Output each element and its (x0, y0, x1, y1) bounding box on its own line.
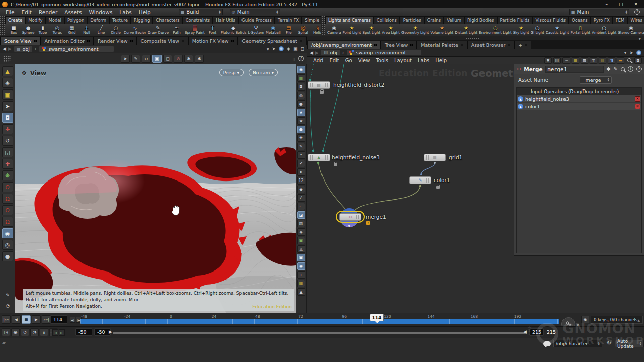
gear-icon[interactable]: ✱ (606, 66, 610, 72)
menu-item[interactable]: Windows (85, 9, 116, 15)
tab-options-box[interactable] (374, 44, 377, 46)
shelf-tool[interactable]: ★ Spot Light (363, 25, 381, 35)
spinner-arrows[interactable]: ▲▼ (219, 10, 220, 14)
step-back-button[interactable]: ◀| (70, 317, 75, 323)
network-menu-item[interactable]: Labs (415, 58, 432, 63)
node-grid1[interactable]: ▦ (424, 154, 446, 161)
shelf-tool[interactable]: ▦ Grid (65, 25, 78, 35)
align-icon[interactable]: ⁝⁝ (292, 56, 295, 61)
shelf-tool[interactable]: ◆ Platonic Solids (221, 25, 247, 35)
network-menu-item[interactable]: Tools (373, 58, 391, 63)
desktop-main-dropdown[interactable]: ◎ Main ▲▼ (230, 9, 280, 15)
main-desktop-selector[interactable]: ▦ Main ▲▼ (569, 9, 629, 15)
display-option-tool[interactable]: ◍ (297, 92, 305, 99)
display-option-tool[interactable]: ◈ (297, 228, 305, 236)
shelf-tab[interactable]: Modify (25, 16, 45, 24)
shelf-tab[interactable]: Pyro FX (591, 16, 613, 24)
search-icon[interactable] (621, 67, 625, 71)
display-option-tool[interactable]: ◪ (297, 211, 305, 219)
viewport-select-tool[interactable]: ✱ (184, 55, 193, 63)
snapshot-options-icon[interactable]: ◉ (581, 316, 589, 323)
next-key-button[interactable]: ▶| (59, 329, 65, 336)
display-option-tool[interactable]: i (297, 271, 305, 279)
viewport-tool[interactable]: ❋ (2, 170, 13, 180)
shelf-tool[interactable]: ■ Box (7, 25, 20, 35)
tick-display-icon[interactable]: ⁞⁞ (40, 328, 48, 336)
shelf-tab[interactable]: Particle Fluids (497, 16, 533, 24)
viewport-help-icon[interactable]: ? (298, 56, 304, 61)
context-path-dropdown[interactable]: /obj/character... ▲▼ (553, 340, 602, 347)
prev-frame-button[interactable]: ◀ (12, 315, 21, 324)
shelf-tool[interactable]: ○ Ambient Light (592, 25, 616, 35)
display-option-tool[interactable]: ★ (297, 109, 305, 116)
network-toolbar-icon[interactable]: ≡ (562, 57, 570, 64)
timeline-ruler[interactable]: -48-24024487296120144168192 114 (80, 314, 559, 326)
pane-tab[interactable]: Motion FX View (188, 37, 238, 45)
play-stop-button[interactable]: ■ (22, 315, 31, 324)
shelf-tool[interactable]: @ Spiral (297, 25, 310, 35)
shelf-tool[interactable]: + Null (80, 25, 93, 35)
node-label[interactable]: heightfield_distort2 (333, 82, 384, 88)
menu-item[interactable]: Render (35, 9, 61, 15)
display-option-tool[interactable]: ▣ (297, 254, 305, 261)
pane-tab[interactable]: /obj/swamp_environment (307, 41, 381, 49)
spinner-arrows[interactable]: ▲▼ (276, 10, 278, 14)
shelf-tab[interactable]: Characters (153, 16, 182, 24)
viewport-tool[interactable]: Ω (2, 194, 13, 204)
shelf-tab[interactable]: Terrain FX (275, 16, 302, 24)
reorder-icon[interactable]: ▲ (518, 104, 523, 109)
shelf-tool[interactable]: ╱ Line (95, 25, 108, 35)
path-node-chip[interactable]: swamp_environment (39, 46, 114, 52)
shelf-tab[interactable]: Texture (109, 16, 131, 24)
viewport-select-tool[interactable]: ✱ (195, 55, 204, 63)
viewport-tool[interactable]: ✚ (2, 159, 13, 169)
viewport-tool[interactable]: ◱ (2, 147, 13, 157)
pane-tab[interactable]: Asset Browser (467, 41, 514, 49)
shelf-tool[interactable]: ○ GI Light (531, 25, 544, 35)
pane-tab[interactable]: + (514, 41, 531, 49)
input-operator-row[interactable]: ▲ heightfield_noise3 ✕ (517, 95, 641, 103)
viewport-tool[interactable]: ◘ (2, 113, 13, 123)
minimize-button[interactable]: – (605, 2, 608, 7)
help-icon[interactable]: ? (636, 66, 642, 72)
shelf-tab[interactable]: Simple FX (302, 16, 321, 24)
info-icon[interactable]: i (628, 66, 633, 72)
shelf-tab[interactable]: Hair Utils (213, 16, 238, 24)
shelf-tab[interactable]: Viscous Fluids (532, 16, 569, 24)
shelf-tool[interactable]: ★ Area Light (382, 25, 400, 35)
pin-icon[interactable]: ➤ (629, 50, 633, 55)
shelf-tab[interactable]: Oceans (569, 16, 591, 24)
display-option-tool[interactable]: ▦ (297, 74, 305, 82)
viewport-select-tool[interactable]: ✎ (131, 55, 140, 63)
viewport-tool[interactable]: ● (2, 251, 13, 261)
node-label[interactable]: merge1 (366, 214, 386, 220)
display-option-tool[interactable]: ✚ (297, 134, 305, 142)
tab-options-box[interactable] (525, 44, 527, 46)
help-icon[interactable]: ? (634, 9, 640, 15)
display-option-tool[interactable]: ◬ (297, 245, 305, 253)
viewport-tool[interactable]: ✚ (2, 124, 13, 134)
viewport-tool[interactable]: Ω (2, 182, 13, 192)
display-option-tool[interactable]: ∠ (297, 194, 305, 202)
go-to-end-button[interactable]: »»| (42, 315, 51, 324)
network-toolbar-icon[interactable]: ▩ (581, 57, 588, 64)
shelf-tool[interactable]: ★ Distant Light (455, 25, 477, 35)
range-slider-track[interactable] (113, 332, 526, 334)
shelf-grip-handle[interactable] (0, 16, 5, 36)
menu-item[interactable]: Help (135, 9, 154, 15)
pane-splitter-strip[interactable]: ▼ (307, 36, 644, 40)
shelf-tool[interactable]: ★ Geometry Light (401, 25, 429, 35)
viewport-tool[interactable]: ◎ (2, 240, 13, 250)
pane-tab[interactable]: Material Palette (417, 41, 467, 49)
pane-tab[interactable]: Tree View (381, 41, 417, 49)
viewport-select-tool[interactable]: ➤ (121, 55, 130, 63)
range-end-field[interactable]: 215 (529, 328, 544, 336)
audio-toggle-icon[interactable]: ◉ (11, 328, 20, 336)
display-option-tool[interactable]: ◉ (297, 262, 305, 270)
viewport-3d-scene[interactable] (15, 64, 296, 313)
shelf-tab[interactable]: Grains (424, 16, 444, 24)
display-option-tool[interactable]: ➤ (297, 168, 305, 176)
search-icon[interactable] (627, 58, 631, 62)
radial-menu-icon[interactable] (279, 46, 284, 51)
shelf-tool[interactable]: ○ Circle (109, 25, 122, 35)
